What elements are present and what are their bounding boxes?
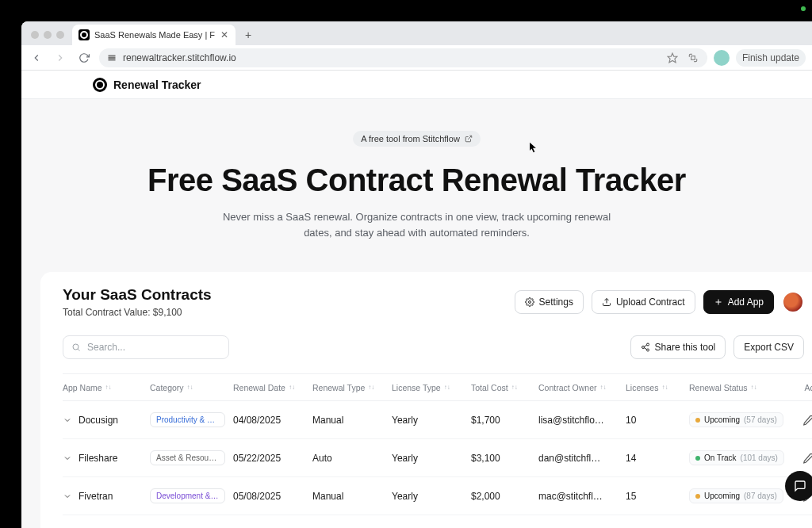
brand-name: Renewal Tracker — [113, 78, 201, 91]
col-contract-owner[interactable]: Contract Owner↑↓ — [538, 383, 626, 392]
sort-icon: ↑↓ — [444, 384, 450, 391]
recording-indicator — [801, 6, 806, 11]
edit-button[interactable] — [802, 452, 812, 465]
sort-icon: ↑↓ — [661, 384, 668, 391]
status-dot-icon — [695, 418, 700, 423]
total-cost: $1,700 — [471, 415, 538, 426]
category-pill: Development & D… — [150, 488, 225, 503]
settings-button[interactable]: Settings — [515, 290, 584, 314]
subtitle-line1: Never miss a SaaS renewal. Organize cont… — [223, 211, 611, 223]
finish-update-chip[interactable]: Finish update — [736, 49, 806, 67]
table-header: App Name↑↓ Category↑↓ Renewal Date↑↓ Ren… — [63, 374, 812, 401]
back-button[interactable] — [28, 49, 45, 67]
renewal-date: 05/22/2025 — [233, 453, 312, 464]
url-text: renewaltracker.stitchflow.io — [123, 52, 236, 63]
edit-button[interactable] — [802, 414, 812, 427]
licenses-count: 14 — [626, 453, 689, 464]
table-row[interactable]: Fivetran Development & D… 05/08/2025 Man… — [63, 477, 812, 515]
export-label: Export CSV — [744, 342, 794, 353]
url-field[interactable]: renewaltracker.stitchflow.io — [99, 48, 707, 67]
reload-button[interactable] — [75, 49, 93, 67]
status-badge: On Track (101 days) — [689, 450, 784, 465]
table-row[interactable]: Fileshare Asset & Resource… 05/22/2025 A… — [63, 439, 812, 477]
address-bar: renewaltracker.stitchflow.io Finish upda… — [21, 45, 812, 71]
chat-fab[interactable] — [785, 471, 812, 501]
svg-point-14 — [646, 349, 649, 351]
svg-point-12 — [646, 343, 649, 346]
search-icon — [71, 342, 81, 352]
svg-rect-2 — [109, 59, 115, 60]
window-controls[interactable] — [29, 31, 67, 45]
export-csv-button[interactable]: Export CSV — [733, 335, 804, 359]
contract-owner: mac@stitchfl… — [538, 491, 603, 502]
chevron-down-icon[interactable] — [63, 492, 72, 501]
close-tab-icon[interactable]: ✕ — [220, 30, 229, 40]
contracts-panel: Your SaaS Contracts Total Contract Value… — [40, 272, 812, 528]
contract-owner: lisa@stitchflo… — [538, 415, 604, 426]
col-app-name[interactable]: App Name↑↓ — [63, 383, 150, 392]
contracts-total: Total Contract Value: $9,100 — [63, 307, 212, 318]
status-dot-icon — [695, 456, 700, 461]
contract-owner: dan@stitchfl… — [538, 453, 600, 464]
col-license-type[interactable]: License Type↑↓ — [392, 383, 471, 392]
extensions-icon[interactable] — [687, 52, 699, 64]
renewal-date: 04/08/2025 — [233, 415, 312, 426]
brand[interactable]: Renewal Tracker — [93, 78, 201, 92]
license-type: Yearly — [392, 491, 471, 502]
search-input[interactable]: Search... — [63, 335, 229, 359]
settings-label: Settings — [539, 297, 573, 308]
col-licenses[interactable]: Licenses↑↓ — [626, 383, 689, 392]
renewal-type: Manual — [312, 415, 392, 426]
external-link-icon — [465, 135, 473, 143]
col-renewal-date[interactable]: Renewal Date↑↓ — [233, 383, 312, 392]
svg-line-11 — [78, 349, 79, 350]
col-category[interactable]: Category↑↓ — [150, 383, 233, 392]
share-label: Share this tool — [655, 342, 716, 353]
add-app-button[interactable]: Add App — [703, 290, 774, 314]
table-row[interactable]: Wiz — [63, 515, 812, 528]
add-app-label: Add App — [728, 297, 764, 308]
hero: A free tool from Stitchflow Free SaaS Co… — [21, 99, 812, 272]
site-settings-icon[interactable] — [107, 53, 117, 63]
col-renewal-type[interactable]: Renewal Type↑↓ — [312, 383, 392, 392]
sort-icon: ↑↓ — [511, 384, 518, 391]
page-content: Renewal Tracker A free tool from Stitchf… — [21, 71, 812, 528]
col-renewal-status[interactable]: Renewal Status↑↓ — [689, 383, 792, 392]
status-text: Upcoming — [704, 415, 740, 424]
category-pill: Productivity & Col… — [150, 412, 225, 427]
chevron-down-icon[interactable] — [63, 453, 72, 463]
bookmark-icon[interactable] — [666, 52, 679, 64]
upload-contract-button[interactable]: Upload Contract — [592, 290, 695, 314]
app-name: Fileshare — [79, 453, 117, 464]
pencil-icon — [802, 453, 812, 464]
browser-tab[interactable]: SaaS Renewals Made Easy | F ✕ — [72, 25, 236, 45]
svg-marker-3 — [668, 53, 677, 63]
close-window-icon[interactable] — [31, 31, 39, 39]
share-tool-button[interactable]: Share this tool — [630, 335, 726, 359]
col-total-cost[interactable]: Total Cost↑↓ — [471, 383, 538, 392]
hero-badge[interactable]: A free tool from Stitchflow — [353, 131, 481, 147]
tab-bar: SaaS Renewals Made Easy | F ✕ + — [21, 21, 812, 45]
contracts-title: Your SaaS Contracts — [63, 286, 212, 304]
svg-rect-4 — [691, 55, 695, 59]
forward-button[interactable] — [52, 49, 69, 67]
maximize-window-icon[interactable] — [56, 31, 64, 39]
renewal-type: Auto — [312, 453, 392, 464]
svg-line-16 — [644, 345, 646, 346]
app-name: Fivetran — [79, 491, 113, 502]
minimize-window-icon[interactable] — [44, 31, 52, 39]
user-avatar[interactable] — [782, 291, 804, 313]
plus-icon — [714, 297, 723, 307]
share-icon — [641, 342, 650, 352]
license-type: Yearly — [392, 453, 471, 464]
status-days: (57 days) — [744, 415, 777, 424]
profile-avatar[interactable] — [714, 50, 730, 66]
svg-rect-0 — [109, 55, 115, 56]
browser-window: SaaS Renewals Made Easy | F ✕ + renewalt… — [21, 21, 812, 528]
renewal-type: Manual — [312, 491, 392, 502]
table-row[interactable]: Docusign Productivity & Col… 04/08/2025 … — [63, 401, 812, 439]
search-placeholder: Search... — [87, 342, 125, 353]
new-tab-button[interactable]: + — [240, 27, 256, 43]
hero-badge-text: A free tool from Stitchflow — [361, 134, 460, 143]
chevron-down-icon[interactable] — [63, 415, 72, 425]
